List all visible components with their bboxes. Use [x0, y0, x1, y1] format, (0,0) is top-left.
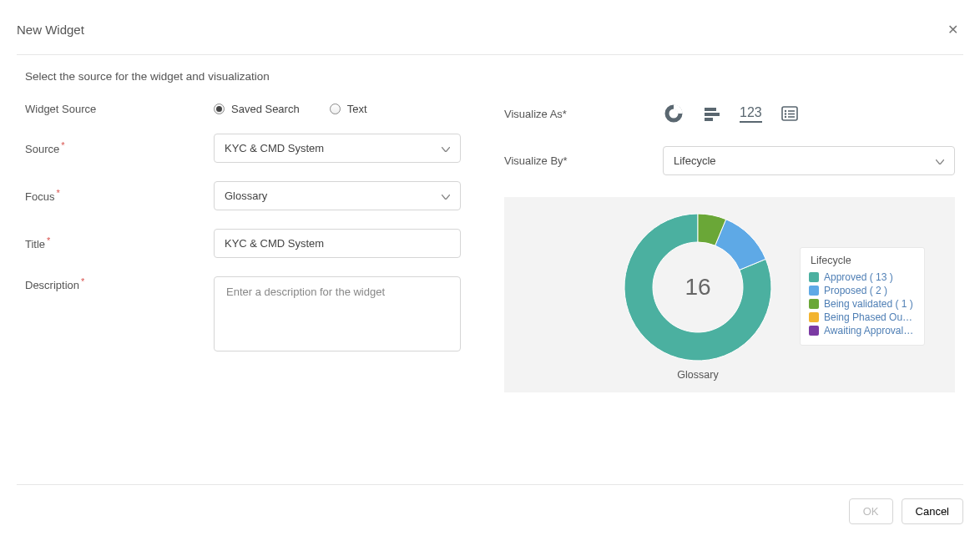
donut-total: 16 — [684, 274, 710, 301]
radio-icon — [214, 104, 225, 114]
svg-point-5 — [785, 110, 786, 112]
chevron-down-icon — [936, 154, 944, 167]
vis-donut-icon[interactable] — [663, 103, 684, 124]
dialog-title: New Widget — [17, 23, 84, 37]
legend-swatch — [809, 299, 819, 309]
legend-item[interactable]: Proposed ( 2 ) — [809, 285, 914, 296]
description-input[interactable] — [214, 276, 461, 351]
legend-label: Being Phased Out … — [824, 311, 914, 323]
legend-swatch — [809, 272, 819, 282]
donut-axis-label: Glossary — [677, 369, 718, 381]
ok-button[interactable]: OK — [849, 498, 893, 524]
legend-label: Approved ( 13 ) — [824, 271, 893, 283]
legend-label: Awaiting Approval … — [824, 325, 914, 336]
legend-swatch — [809, 312, 819, 322]
radio-saved-search[interactable]: Saved Search — [214, 103, 300, 115]
legend-label: Proposed ( 2 ) — [824, 285, 887, 296]
svg-rect-3 — [705, 118, 713, 121]
chart-preview: 16 Glossary Lifecycle Approved ( 13 )Pro… — [504, 197, 955, 392]
title-label: Title* — [25, 235, 214, 250]
visualize-by-label: Visualize By* — [504, 154, 663, 167]
svg-point-7 — [785, 113, 786, 114]
description-label: Description* — [25, 276, 214, 291]
source-label: Source* — [25, 140, 214, 155]
legend-item[interactable]: Being Phased Out … — [809, 311, 914, 323]
donut-chart[interactable]: 16 — [623, 212, 773, 362]
legend-swatch — [809, 286, 819, 296]
vis-list-icon[interactable] — [779, 103, 801, 124]
source-select[interactable]: KYC & CMD System — [214, 134, 461, 163]
svg-rect-1 — [705, 108, 716, 111]
legend-title: Lifecycle — [809, 255, 914, 266]
legend-label: Being validated ( 1 ) — [824, 298, 913, 310]
focus-value: Glossary — [225, 190, 267, 202]
title-input[interactable] — [214, 229, 461, 258]
cancel-button[interactable]: Cancel — [902, 498, 963, 524]
radio-text[interactable]: Text — [330, 103, 367, 115]
chevron-down-icon — [442, 190, 450, 202]
legend-item[interactable]: Awaiting Approval … — [809, 325, 914, 336]
legend-swatch — [809, 326, 819, 336]
radio-label: Text — [347, 103, 367, 115]
focus-select[interactable]: Glossary — [214, 181, 461, 210]
chart-legend: Lifecycle Approved ( 13 )Proposed ( 2 )B… — [800, 247, 925, 346]
intro-text: Select the source for the widget and vis… — [0, 55, 980, 83]
chevron-down-icon — [442, 142, 450, 154]
source-value: KYC & CMD System — [225, 142, 324, 154]
visualize-as-label: Visualize As* — [504, 108, 663, 120]
svg-rect-2 — [705, 113, 720, 116]
visualize-by-value: Lifecycle — [674, 154, 716, 167]
widget-source-label: Widget Source — [25, 103, 214, 115]
vis-number-icon[interactable]: 123 — [740, 103, 762, 124]
svg-point-9 — [785, 116, 786, 118]
legend-item[interactable]: Approved ( 13 ) — [809, 271, 914, 283]
radio-icon — [330, 104, 341, 114]
legend-item[interactable]: Being validated ( 1 ) — [809, 298, 914, 310]
vis-bar-icon[interactable] — [701, 103, 723, 124]
close-icon[interactable]: ✕ — [942, 18, 963, 41]
visualize-by-select[interactable]: Lifecycle — [663, 146, 955, 175]
focus-label: Focus* — [25, 188, 214, 203]
radio-label: Saved Search — [231, 103, 300, 115]
